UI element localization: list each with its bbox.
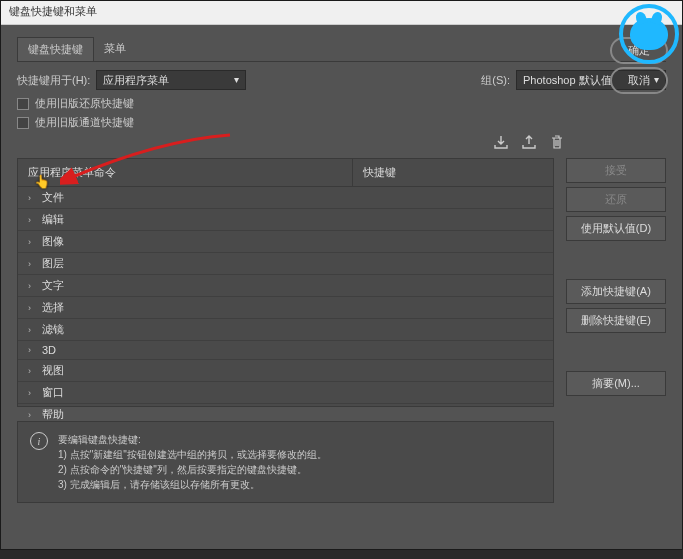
tree-item-label: 编辑 xyxy=(42,212,64,227)
tree-item-label: 帮助 xyxy=(42,407,64,422)
shortcuts-for-select[interactable]: 应用程序菜单 xyxy=(96,70,246,90)
delete-shortcut-button[interactable]: 删除快捷键(E) xyxy=(566,308,666,333)
legacy-undo-label: 使用旧版还原快捷键 xyxy=(35,96,134,111)
shortcuts-for-label: 快捷键用于(H): xyxy=(17,73,90,88)
tree-item-4[interactable]: ›文字 xyxy=(18,275,553,297)
tree-item-8[interactable]: ›视图 xyxy=(18,360,553,382)
summarize-button[interactable]: 摘要(M)... xyxy=(566,371,666,396)
tree-item-3[interactable]: ›图层 xyxy=(18,253,553,275)
new-set-icon[interactable] xyxy=(520,134,538,150)
tree-item-label: 3D xyxy=(42,344,56,356)
chevron-right-icon: › xyxy=(28,281,38,291)
legacy-undo-checkbox[interactable] xyxy=(17,98,29,110)
chevron-right-icon: › xyxy=(28,388,38,398)
tree-item-7[interactable]: ›3D xyxy=(18,341,553,360)
info-line-1: 1) 点按"新建组"按钮创建选中组的拷贝，或选择要修改的组。 xyxy=(58,447,327,462)
legacy-channel-checkbox[interactable] xyxy=(17,117,29,129)
command-tree[interactable]: ›文件›编辑›图像›图层›文字›选择›滤镜›3D›视图›窗口›帮助 xyxy=(17,187,554,407)
tree-item-1[interactable]: ›编辑 xyxy=(18,209,553,231)
tree-item-label: 图像 xyxy=(42,234,64,249)
chevron-right-icon: › xyxy=(28,345,38,355)
window-titlebar: 键盘快捷键和菜单 xyxy=(1,1,682,25)
tree-item-label: 视图 xyxy=(42,363,64,378)
tree-item-2[interactable]: ›图像 xyxy=(18,231,553,253)
tree-item-label: 文件 xyxy=(42,190,64,205)
tabs: 键盘快捷键 菜单 xyxy=(17,37,666,62)
legacy-channel-label: 使用旧版通道快捷键 xyxy=(35,115,134,130)
info-box: i 要编辑键盘快捷键: 1) 点按"新建组"按钮创建选中组的拷贝，或选择要修改的… xyxy=(17,421,554,503)
window-title: 键盘快捷键和菜单 xyxy=(9,5,97,17)
col-command: 应用程序菜单命令 xyxy=(18,159,353,186)
tree-item-5[interactable]: ›选择 xyxy=(18,297,553,319)
tree-item-label: 滤镜 xyxy=(42,322,64,337)
use-default-button[interactable]: 使用默认值(D) xyxy=(566,216,666,241)
accept-button[interactable]: 接受 xyxy=(566,158,666,183)
chevron-right-icon: › xyxy=(28,366,38,376)
chevron-right-icon: › xyxy=(28,215,38,225)
watermark-badge xyxy=(619,4,679,64)
info-title: 要编辑键盘快捷键: xyxy=(58,432,327,447)
col-shortcut: 快捷键 xyxy=(353,159,553,186)
add-shortcut-button[interactable]: 添加快捷键(A) xyxy=(566,279,666,304)
info-line-2: 2) 点按命令的"快捷键"列，然后按要指定的键盘快捷键。 xyxy=(58,462,327,477)
chevron-right-icon: › xyxy=(28,237,38,247)
chevron-right-icon: › xyxy=(28,193,38,203)
tree-item-label: 文字 xyxy=(42,278,64,293)
set-label: 组(S): xyxy=(481,73,510,88)
cancel-button[interactable]: 取消 xyxy=(610,67,668,94)
tree-item-0[interactable]: ›文件 xyxy=(18,187,553,209)
delete-set-icon[interactable] xyxy=(548,134,566,150)
chevron-right-icon: › xyxy=(28,303,38,313)
tab-menus[interactable]: 菜单 xyxy=(94,37,136,61)
tree-item-label: 窗口 xyxy=(42,385,64,400)
info-line-3: 3) 完成编辑后，请存储该组以存储所有更改。 xyxy=(58,477,327,492)
chevron-right-icon: › xyxy=(28,410,38,420)
chevron-right-icon: › xyxy=(28,259,38,269)
save-set-icon[interactable] xyxy=(492,134,510,150)
undo-button[interactable]: 还原 xyxy=(566,187,666,212)
table-header: 应用程序菜单命令 快捷键 xyxy=(17,158,554,187)
chevron-right-icon: › xyxy=(28,325,38,335)
info-icon: i xyxy=(30,432,48,450)
tree-item-6[interactable]: ›滤镜 xyxy=(18,319,553,341)
tree-item-label: 图层 xyxy=(42,256,64,271)
tree-item-9[interactable]: ›窗口 xyxy=(18,382,553,404)
tree-item-label: 选择 xyxy=(42,300,64,315)
tab-shortcuts[interactable]: 键盘快捷键 xyxy=(17,37,94,61)
